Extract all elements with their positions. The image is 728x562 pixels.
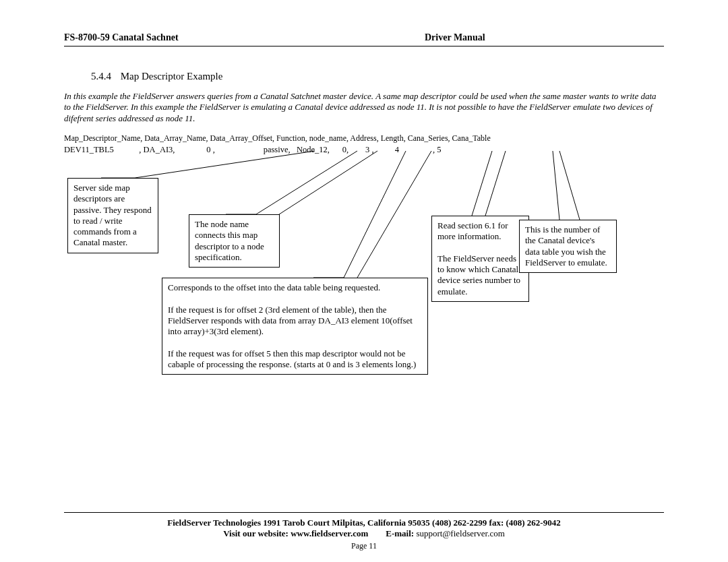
map-descriptor-data-row: DEV11_TBL5 , DA_AI3, 0 , passive, Node_1… [64, 145, 442, 155]
footer-rule [64, 512, 664, 513]
footer-contact: Visit our website: www.fieldserver.com E… [64, 528, 664, 539]
section-title: Map Descriptor Example [121, 71, 223, 82]
footer-email-label: E-mail: [386, 528, 414, 538]
header-rule [64, 46, 664, 46]
callout-passive: Server side map descriptors are passive.… [67, 178, 158, 253]
section-number: 5.4.4 [91, 71, 111, 82]
callout-offset: Corresponds to the offset into the data … [162, 278, 428, 375]
callout-table-number: This is the number of the Canatal device… [519, 220, 617, 273]
map-descriptor-header-row: Map_Descriptor_Name, Data_Array_Name, Da… [64, 133, 491, 144]
header-left: FS-8700-59 Canatal Sachnet [64, 32, 179, 43]
footer-address: FieldServer Technologies 1991 Tarob Cour… [64, 518, 664, 528]
footer-email-value: support@fieldserver.com [414, 528, 505, 538]
page-number: Page 11 [64, 541, 664, 551]
section-heading: 5.4.4 Map Descriptor Example [91, 71, 222, 82]
footer-visit-label: Visit our website: [223, 528, 291, 538]
callout-node-name: The node name connects this map descript… [189, 214, 280, 268]
intro-paragraph: In this example the FieldServer answers … [64, 91, 661, 124]
footer: FieldServer Technologies 1991 Tarob Cour… [64, 518, 664, 551]
header-right: Driver Manual [425, 32, 485, 43]
document-page: FS-8700-59 Canatal Sachnet Driver Manual… [0, 0, 728, 562]
footer-visit-value: www.fieldserver.com [291, 528, 368, 538]
callout-series: Read section 6.1 for more information. T… [431, 216, 529, 302]
